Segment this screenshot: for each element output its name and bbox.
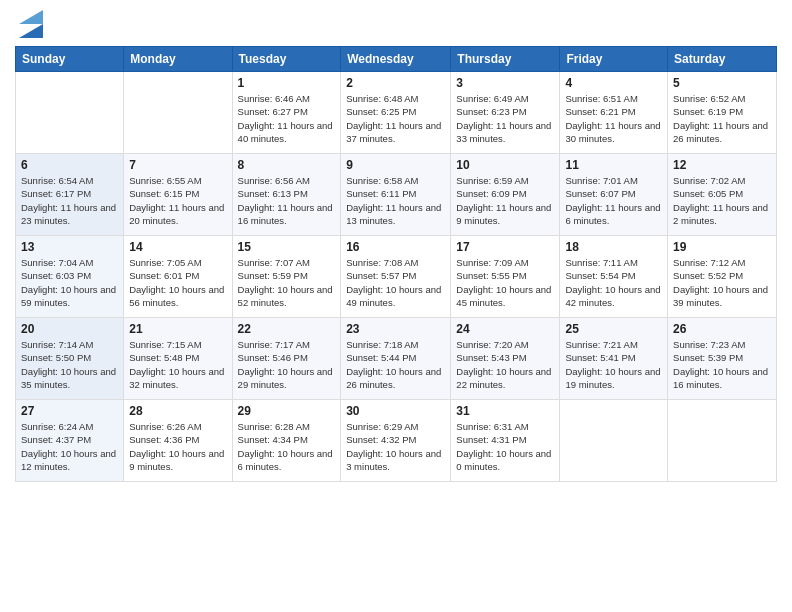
calendar-cell: 12Sunrise: 7:02 AMSunset: 6:05 PMDayligh… (668, 154, 777, 236)
day-number: 28 (129, 404, 226, 418)
day-number: 12 (673, 158, 771, 172)
day-info: Sunrise: 6:59 AMSunset: 6:09 PMDaylight:… (456, 174, 554, 227)
day-number: 11 (565, 158, 662, 172)
day-number: 29 (238, 404, 336, 418)
day-number: 6 (21, 158, 118, 172)
header (15, 10, 777, 38)
calendar-cell: 26Sunrise: 7:23 AMSunset: 5:39 PMDayligh… (668, 318, 777, 400)
calendar-cell: 4Sunrise: 6:51 AMSunset: 6:21 PMDaylight… (560, 72, 668, 154)
day-info: Sunrise: 6:28 AMSunset: 4:34 PMDaylight:… (238, 420, 336, 473)
day-number: 1 (238, 76, 336, 90)
col-wednesday: Wednesday (341, 47, 451, 72)
col-friday: Friday (560, 47, 668, 72)
calendar-cell: 8Sunrise: 6:56 AMSunset: 6:13 PMDaylight… (232, 154, 341, 236)
day-info: Sunrise: 7:11 AMSunset: 5:54 PMDaylight:… (565, 256, 662, 309)
day-info: Sunrise: 6:56 AMSunset: 6:13 PMDaylight:… (238, 174, 336, 227)
day-info: Sunrise: 6:31 AMSunset: 4:31 PMDaylight:… (456, 420, 554, 473)
day-info: Sunrise: 7:17 AMSunset: 5:46 PMDaylight:… (238, 338, 336, 391)
calendar-cell (668, 400, 777, 482)
calendar-cell (16, 72, 124, 154)
day-info: Sunrise: 6:54 AMSunset: 6:17 PMDaylight:… (21, 174, 118, 227)
calendar-week-row: 6Sunrise: 6:54 AMSunset: 6:17 PMDaylight… (16, 154, 777, 236)
day-number: 15 (238, 240, 336, 254)
calendar-cell (124, 72, 232, 154)
day-number: 30 (346, 404, 445, 418)
day-number: 5 (673, 76, 771, 90)
calendar-cell: 5Sunrise: 6:52 AMSunset: 6:19 PMDaylight… (668, 72, 777, 154)
calendar-cell: 23Sunrise: 7:18 AMSunset: 5:44 PMDayligh… (341, 318, 451, 400)
day-number: 31 (456, 404, 554, 418)
calendar-page: Sunday Monday Tuesday Wednesday Thursday… (0, 0, 792, 612)
day-number: 10 (456, 158, 554, 172)
col-saturday: Saturday (668, 47, 777, 72)
calendar-week-row: 13Sunrise: 7:04 AMSunset: 6:03 PMDayligh… (16, 236, 777, 318)
calendar-cell: 25Sunrise: 7:21 AMSunset: 5:41 PMDayligh… (560, 318, 668, 400)
day-info: Sunrise: 6:55 AMSunset: 6:15 PMDaylight:… (129, 174, 226, 227)
svg-marker-1 (19, 10, 43, 24)
calendar-header-row: Sunday Monday Tuesday Wednesday Thursday… (16, 47, 777, 72)
calendar-cell: 30Sunrise: 6:29 AMSunset: 4:32 PMDayligh… (341, 400, 451, 482)
day-info: Sunrise: 7:02 AMSunset: 6:05 PMDaylight:… (673, 174, 771, 227)
calendar-cell: 6Sunrise: 6:54 AMSunset: 6:17 PMDaylight… (16, 154, 124, 236)
day-info: Sunrise: 6:46 AMSunset: 6:27 PMDaylight:… (238, 92, 336, 145)
day-number: 27 (21, 404, 118, 418)
day-info: Sunrise: 7:20 AMSunset: 5:43 PMDaylight:… (456, 338, 554, 391)
calendar-cell: 29Sunrise: 6:28 AMSunset: 4:34 PMDayligh… (232, 400, 341, 482)
day-info: Sunrise: 6:51 AMSunset: 6:21 PMDaylight:… (565, 92, 662, 145)
day-number: 25 (565, 322, 662, 336)
day-info: Sunrise: 7:07 AMSunset: 5:59 PMDaylight:… (238, 256, 336, 309)
logo (15, 10, 43, 38)
calendar-cell: 10Sunrise: 6:59 AMSunset: 6:09 PMDayligh… (451, 154, 560, 236)
day-info: Sunrise: 7:23 AMSunset: 5:39 PMDaylight:… (673, 338, 771, 391)
day-number: 22 (238, 322, 336, 336)
day-number: 26 (673, 322, 771, 336)
day-info: Sunrise: 7:15 AMSunset: 5:48 PMDaylight:… (129, 338, 226, 391)
col-sunday: Sunday (16, 47, 124, 72)
svg-marker-0 (19, 24, 43, 38)
calendar-cell: 15Sunrise: 7:07 AMSunset: 5:59 PMDayligh… (232, 236, 341, 318)
day-info: Sunrise: 6:58 AMSunset: 6:11 PMDaylight:… (346, 174, 445, 227)
day-number: 18 (565, 240, 662, 254)
day-info: Sunrise: 6:52 AMSunset: 6:19 PMDaylight:… (673, 92, 771, 145)
calendar-cell: 19Sunrise: 7:12 AMSunset: 5:52 PMDayligh… (668, 236, 777, 318)
day-info: Sunrise: 6:29 AMSunset: 4:32 PMDaylight:… (346, 420, 445, 473)
calendar-week-row: 27Sunrise: 6:24 AMSunset: 4:37 PMDayligh… (16, 400, 777, 482)
calendar-cell: 17Sunrise: 7:09 AMSunset: 5:55 PMDayligh… (451, 236, 560, 318)
day-info: Sunrise: 7:01 AMSunset: 6:07 PMDaylight:… (565, 174, 662, 227)
day-info: Sunrise: 7:18 AMSunset: 5:44 PMDaylight:… (346, 338, 445, 391)
calendar-cell: 13Sunrise: 7:04 AMSunset: 6:03 PMDayligh… (16, 236, 124, 318)
calendar-cell: 2Sunrise: 6:48 AMSunset: 6:25 PMDaylight… (341, 72, 451, 154)
day-number: 7 (129, 158, 226, 172)
calendar-cell: 31Sunrise: 6:31 AMSunset: 4:31 PMDayligh… (451, 400, 560, 482)
calendar-cell: 7Sunrise: 6:55 AMSunset: 6:15 PMDaylight… (124, 154, 232, 236)
day-number: 17 (456, 240, 554, 254)
day-number: 20 (21, 322, 118, 336)
day-info: Sunrise: 6:26 AMSunset: 4:36 PMDaylight:… (129, 420, 226, 473)
day-info: Sunrise: 7:09 AMSunset: 5:55 PMDaylight:… (456, 256, 554, 309)
col-thursday: Thursday (451, 47, 560, 72)
day-number: 3 (456, 76, 554, 90)
calendar-cell: 1Sunrise: 6:46 AMSunset: 6:27 PMDaylight… (232, 72, 341, 154)
calendar-week-row: 20Sunrise: 7:14 AMSunset: 5:50 PMDayligh… (16, 318, 777, 400)
day-number: 21 (129, 322, 226, 336)
col-monday: Monday (124, 47, 232, 72)
calendar-cell: 11Sunrise: 7:01 AMSunset: 6:07 PMDayligh… (560, 154, 668, 236)
col-tuesday: Tuesday (232, 47, 341, 72)
day-number: 14 (129, 240, 226, 254)
day-info: Sunrise: 6:48 AMSunset: 6:25 PMDaylight:… (346, 92, 445, 145)
day-info: Sunrise: 7:08 AMSunset: 5:57 PMDaylight:… (346, 256, 445, 309)
calendar-cell (560, 400, 668, 482)
calendar-cell: 14Sunrise: 7:05 AMSunset: 6:01 PMDayligh… (124, 236, 232, 318)
calendar-cell: 24Sunrise: 7:20 AMSunset: 5:43 PMDayligh… (451, 318, 560, 400)
day-info: Sunrise: 6:49 AMSunset: 6:23 PMDaylight:… (456, 92, 554, 145)
calendar-cell: 27Sunrise: 6:24 AMSunset: 4:37 PMDayligh… (16, 400, 124, 482)
calendar-cell: 28Sunrise: 6:26 AMSunset: 4:36 PMDayligh… (124, 400, 232, 482)
calendar-week-row: 1Sunrise: 6:46 AMSunset: 6:27 PMDaylight… (16, 72, 777, 154)
calendar-cell: 18Sunrise: 7:11 AMSunset: 5:54 PMDayligh… (560, 236, 668, 318)
day-number: 4 (565, 76, 662, 90)
calendar-cell: 16Sunrise: 7:08 AMSunset: 5:57 PMDayligh… (341, 236, 451, 318)
day-number: 2 (346, 76, 445, 90)
day-number: 13 (21, 240, 118, 254)
calendar-cell: 9Sunrise: 6:58 AMSunset: 6:11 PMDaylight… (341, 154, 451, 236)
calendar-cell: 22Sunrise: 7:17 AMSunset: 5:46 PMDayligh… (232, 318, 341, 400)
